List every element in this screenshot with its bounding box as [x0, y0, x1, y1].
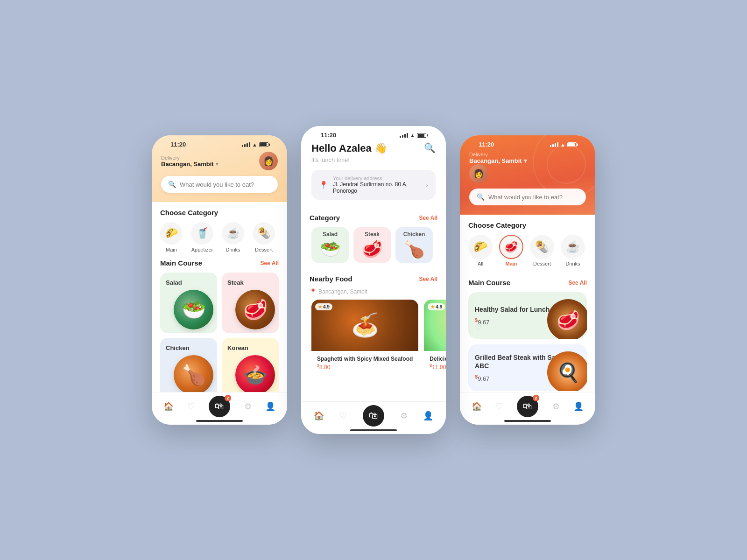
rating-badge-2: ★ 4.9 — [428, 303, 445, 310]
time-1: 11:20 — [170, 141, 186, 148]
search-bar-1[interactable]: 🔍 — [161, 176, 278, 193]
phone-3: 11:20 ▲ Delivery — [460, 135, 595, 425]
cat-main-3[interactable]: 🥩 Main — [499, 235, 523, 266]
spaghetti-heart[interactable]: ♡ — [407, 363, 413, 370]
phone1-content: Choose Category 🌮 Main 🥤 Appetizer ☕ Dri… — [152, 202, 287, 425]
nav-heart-1[interactable]: ♡ — [187, 401, 195, 412]
cat-dessert[interactable]: 🌯 Dessert — [253, 222, 275, 252]
spaghetti-price: $8.00 — [317, 363, 330, 371]
nav-home-1[interactable]: 🏠 — [163, 401, 174, 412]
chevron-down-icon: ▾ — [216, 161, 218, 167]
nearby-header: Nearby Food See All — [310, 275, 437, 283]
delivery-location-1[interactable]: Bacangan, Sambit ▾ — [161, 161, 218, 168]
nearby-card-spaghetti[interactable]: 🍝 ★ 4.9 Spaghetti with Spicy Mixed Seafo… — [311, 300, 418, 375]
delivery-card-2[interactable]: 📍 Your delivery address Jl. Jendral Sudi… — [311, 170, 436, 200]
delivery-label-3: Delivery — [469, 152, 586, 157]
salad-card-image: 🥩 — [547, 299, 587, 339]
main-course-title-1: Main Course — [160, 259, 202, 267]
nav-home-2[interactable]: 🏠 — [314, 411, 324, 421]
home-indicator-2 — [350, 429, 397, 431]
see-all-category-2[interactable]: See All — [419, 215, 437, 221]
star-icon-2: ★ — [430, 304, 435, 309]
steak-card-image: 🍳 — [547, 351, 587, 391]
pill-salad[interactable]: Salad 🥗 — [311, 227, 349, 263]
battery-icon-2 — [417, 133, 426, 138]
pill-chicken[interactable]: Chicken 🍗 — [395, 227, 433, 263]
status-bar-3: 11:20 ▲ — [469, 135, 586, 152]
status-icons-3: ▲ — [550, 142, 577, 147]
cat-main[interactable]: 🌮 Main — [160, 222, 183, 252]
salad-heart-icon[interactable]: ♡ — [475, 323, 481, 332]
choose-category-title-3: Choose Category — [468, 221, 526, 229]
search-icon: 🔍 — [168, 181, 176, 188]
cat-drinks-3[interactable]: ☕ Drinks — [561, 235, 585, 266]
see-all-nearby[interactable]: See All — [419, 276, 437, 282]
search-bar-3[interactable]: 🔍 — [469, 189, 586, 205]
greeting-title: Hello Azalea 👋 — [311, 142, 387, 154]
category-pills-2: Salad 🥗 Steak 🥩 Chicken 🍗 — [301, 227, 446, 263]
nav-cart-2[interactable]: 🛍 — [363, 405, 384, 427]
see-all-main-3[interactable]: See All — [568, 280, 587, 286]
nav-cart-1[interactable]: 🛍 2 — [209, 396, 230, 417]
signal-icon-3 — [550, 142, 558, 147]
nav-user-1[interactable]: 👤 — [265, 401, 275, 412]
search-input-1[interactable] — [180, 181, 271, 188]
choose-category-section-1: Choose Category 🌮 Main 🥤 Appetizer ☕ Dri… — [152, 202, 287, 252]
main-course-section-1: Main Course See All — [152, 252, 287, 267]
time-3: 11:20 — [479, 141, 494, 148]
nearby-location: 📍 Bancangan, Sambit — [310, 288, 437, 295]
nav-heart-2[interactable]: ♡ — [339, 411, 347, 421]
nav-user-2[interactable]: 👤 — [423, 411, 433, 421]
nav-settings-2[interactable]: ⚙ — [400, 411, 408, 421]
phone-2: 11:20 ▲ Hello Azalea 👋 🔍 — [301, 126, 446, 434]
cat-dessert-3[interactable]: 🌯 Dessert — [530, 235, 554, 266]
delivery-location-3[interactable]: Bacangan, Sambit ▾ — [469, 157, 586, 164]
location-icon: 📍 — [310, 288, 317, 295]
course-card-steak[interactable]: Steak 🥩 — [222, 273, 279, 333]
main-course-section-3: Main Course See All — [460, 272, 595, 287]
chevron-right-icon: › — [426, 181, 428, 189]
choose-category-section-3: Choose Category 🌮 All 🥩 Main 🌯 Dessert — [460, 215, 595, 266]
course-card-chicken[interactable]: Chicken 🍗 — [160, 338, 217, 399]
nearby-cards: 🍝 ★ 4.9 Spaghetti with Spicy Mixed Seafo… — [301, 300, 446, 375]
appetizer-icon: 🥤 — [191, 222, 213, 245]
signal-icon-2 — [400, 133, 408, 138]
delivery-row-3: Delivery Bacangan, Sambit ▾ 👩 — [469, 152, 586, 183]
status-icons-1: ▲ — [242, 142, 268, 147]
nav-settings-3[interactable]: ⚙ — [552, 401, 560, 412]
nav-heart-3[interactable]: ♡ — [495, 401, 503, 412]
course-card-korean[interactable]: Korean 🍲 — [222, 338, 279, 399]
cat-circles-3: 🌮 All 🥩 Main 🌯 Dessert ☕ Drinks — [468, 235, 587, 266]
wifi-icon-2: ▲ — [410, 133, 415, 138]
nearby-title: Nearby Food — [310, 275, 352, 283]
korean-image: 🍲 — [235, 355, 275, 395]
section-title: Choose Category — [160, 209, 218, 217]
nearby-card-padthai[interactable]: 🍜 ★ 4.9 Delicious Pad Thai F Shrimp Yahu… — [424, 300, 446, 375]
delivery-row-1: Delivery Bacangan, Sambit ▾ 👩 — [161, 152, 278, 170]
course-list-card-salad[interactable]: Healthy Salad for Lunch $9.67 ♡ 🥩 — [468, 292, 587, 339]
home-indicator-1 — [196, 420, 243, 422]
delivery-label-1: Delivery — [161, 155, 218, 161]
dessert-icon-3: 🌯 — [530, 235, 554, 259]
status-bar-2: 11:20 ▲ — [311, 126, 436, 142]
course-card-salad[interactable]: Salad 🥗 — [160, 273, 217, 333]
cart-badge-1: 2 — [225, 395, 231, 401]
cat-all[interactable]: 🌮 All — [468, 235, 493, 266]
nav-user-3[interactable]: 👤 — [573, 401, 584, 412]
nav-home-3[interactable]: 🏠 — [472, 401, 482, 412]
nav-cart-3[interactable]: 🛍 2 — [517, 396, 538, 417]
subtitle: it's lunch time! — [311, 156, 436, 163]
delivery-card-label: Your delivery address — [333, 175, 421, 181]
course-list-card-steak[interactable]: Grilled Beaf Steak with Sauce ABC $9.67 … — [468, 344, 587, 391]
phone2-content: Category See All Salad 🥗 Steak 🥩 Chicken… — [301, 207, 446, 434]
search-input-3[interactable] — [488, 194, 578, 201]
main-course-header-3: Main Course See All — [468, 279, 587, 287]
cat-drinks[interactable]: ☕ Drinks — [222, 222, 244, 252]
avatar-3: 👩 — [469, 164, 488, 183]
see-all-main-1[interactable]: See All — [260, 260, 279, 266]
chevron-down-icon-3: ▾ — [524, 157, 527, 164]
pill-steak[interactable]: Steak 🥩 — [353, 227, 391, 263]
cat-appetizer[interactable]: 🥤 Appetizer — [191, 222, 213, 252]
search-button-2[interactable]: 🔍 — [424, 142, 436, 154]
nav-settings-1[interactable]: ⚙ — [244, 401, 252, 412]
